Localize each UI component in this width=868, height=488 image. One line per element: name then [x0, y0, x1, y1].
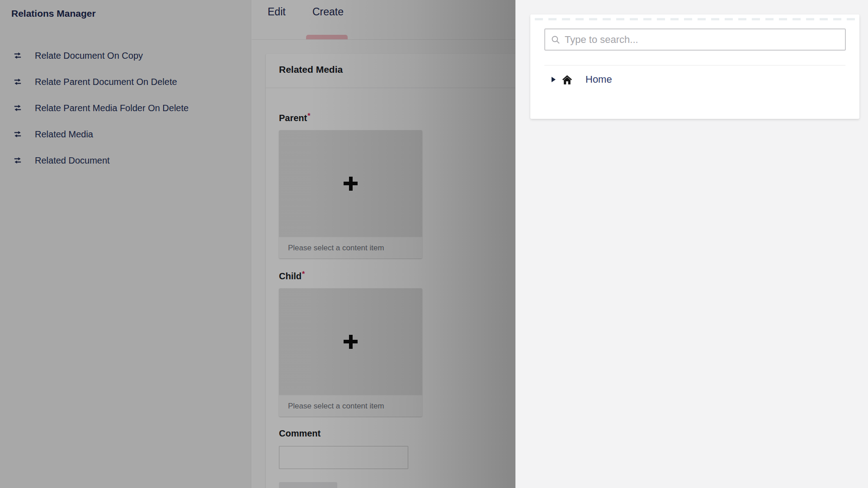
tree-item-label: Home: [585, 74, 612, 85]
modal-dim-overlay: [0, 0, 515, 488]
tree-item-home[interactable]: Home: [530, 69, 859, 90]
search-input[interactable]: [560, 34, 845, 46]
expand-caret-icon[interactable]: [552, 77, 556, 82]
search-icon: [551, 35, 560, 44]
content-picker-card: Home: [530, 14, 859, 119]
tree-search-box: [544, 28, 846, 51]
content-picker-flyout: Home: [515, 0, 868, 488]
dashed-divider: [535, 18, 855, 20]
flyout-divider: [544, 65, 845, 66]
relations-manager-screen: Relations Manager Relate Document On Cop…: [0, 0, 868, 488]
home-icon: [561, 74, 573, 86]
